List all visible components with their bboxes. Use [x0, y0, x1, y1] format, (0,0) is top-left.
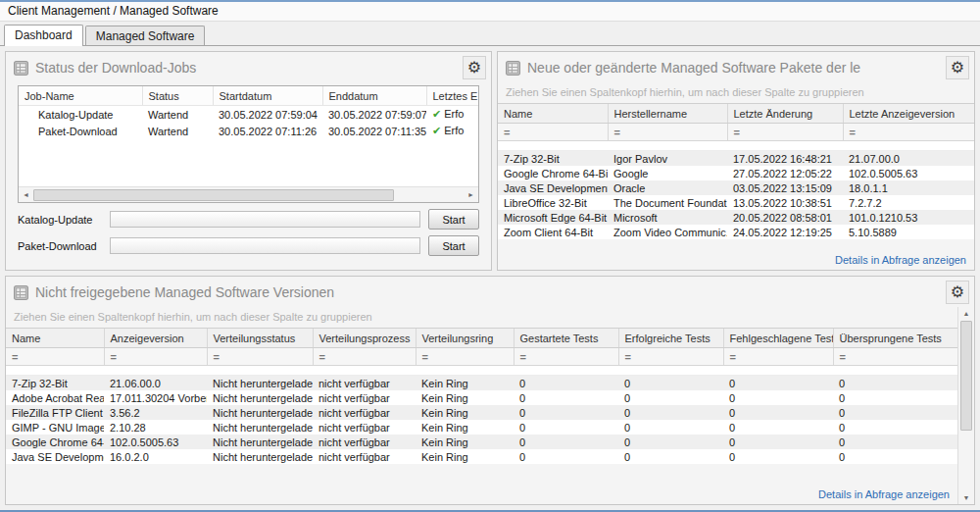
package-row[interactable]: Microsoft Edge 64-Bit Microsoft 20.05.20…	[498, 210, 974, 225]
widget-grid-icon	[506, 60, 521, 76]
filter-equals-icon: =	[214, 351, 220, 363]
filter-cell[interactable]: =	[6, 348, 104, 366]
filter-cell[interactable]: =	[416, 348, 514, 366]
version-row[interactable]: FileZilla FTP Client 64-Bit 3.56.2 Nicht…	[6, 405, 957, 420]
job-action-label: Katalog-Update	[18, 214, 102, 226]
unreleased-table-wrap: NameAnzeigeversionVerteilungsstatusVerte…	[6, 328, 957, 464]
filter-equals-icon: =	[111, 351, 117, 363]
new-packages-table-wrap: NameHerstellernameLetzte ÄnderungLetzte …	[498, 103, 974, 239]
filter-cell[interactable]: =	[498, 124, 608, 141]
column-header[interactable]: Übersprungene Tests	[833, 329, 957, 348]
filter-cell[interactable]: =	[104, 348, 207, 366]
table-header-row: NameAnzeigeversionVerteilungsstatusVerte…	[6, 329, 957, 348]
panel-download-jobs: Status der Download-Jobs ⚙ Job-NameStatu…	[5, 51, 492, 271]
distribution-ring-cell: Kein Ring	[416, 449, 514, 464]
column-header[interactable]: Letzte Anzeigeversion	[843, 104, 974, 124]
column-header[interactable]: Verteilungsring	[416, 329, 514, 348]
gear-icon[interactable]: ⚙	[946, 281, 969, 304]
tab-dashboard[interactable]: Dashboard	[4, 25, 83, 46]
filter-cell[interactable]: =	[843, 124, 974, 141]
skipped-tests-cell: 0	[833, 435, 957, 449]
distribution-status-cell: Nicht heruntergeladen	[207, 420, 313, 435]
filter-equals-icon: =	[734, 127, 740, 138]
package-row[interactable]: Google Chrome 64-Bit Google 27.05.2022 1…	[498, 166, 974, 180]
scroll-up-icon[interactable]: ▲	[963, 307, 970, 320]
scrollbar-thumb[interactable]	[33, 189, 394, 201]
package-row[interactable]: LibreOffice 32-Bit The Document Foundat.…	[498, 195, 974, 210]
column-header[interactable]: Status	[142, 86, 213, 106]
filter-cell[interactable]: =	[514, 348, 618, 366]
failed-tests-cell: 0	[723, 435, 833, 449]
details-query-link[interactable]: Details in Abfrage anzeigen	[835, 254, 966, 266]
job-row[interactable]: Katalog-Update Wartend 30.05.2022 07:59:…	[19, 106, 478, 124]
panel-title: Neue oder geänderte Managed Software Pak…	[527, 60, 940, 76]
distribution-status-cell: Nicht heruntergeladen	[207, 449, 313, 464]
package-name-cell: Java SE Development Ki...	[498, 180, 608, 195]
column-header[interactable]: Enddatum	[322, 86, 426, 106]
display-version-cell: 18.0.1.1	[843, 180, 974, 195]
skipped-tests-cell: 0	[833, 449, 957, 464]
filter-row: ====	[498, 124, 974, 141]
version-row[interactable]: Java SE Development... 16.0.2.0 Nicht he…	[6, 449, 957, 464]
top-panels-row: Status der Download-Jobs ⚙ Job-NameStatu…	[5, 51, 975, 271]
column-header[interactable]: Name	[6, 329, 104, 348]
tab-managed-software[interactable]: Managed Software	[85, 26, 206, 45]
column-header[interactable]: Name	[498, 104, 608, 124]
start-button[interactable]: Start	[428, 235, 479, 256]
package-row[interactable]: Zoom Client 64-Bit Zoom Video Communic..…	[498, 225, 974, 239]
widget-grid-icon	[14, 284, 29, 300]
column-header[interactable]: Startdatum	[213, 86, 322, 106]
successful-tests-cell: 0	[618, 420, 723, 435]
panel-title: Nicht freigegebene Managed Software Vers…	[35, 284, 940, 300]
scrollbar-thumb[interactable]	[960, 321, 972, 431]
job-result-cell: ✔Erfo	[426, 106, 478, 124]
column-header[interactable]: Herstellername	[608, 104, 727, 124]
version-row[interactable]: Adobe Acrobat Reade... 17.011.30204 Vorb…	[6, 390, 957, 405]
failed-tests-cell: 0	[723, 390, 833, 405]
filter-cell[interactable]: =	[608, 124, 727, 141]
details-query-link[interactable]: Details in Abfrage anzeigen	[818, 488, 950, 500]
version-row[interactable]: GIMP - GNU Image Ma... 2.10.28 Nicht her…	[6, 420, 957, 435]
filter-cell[interactable]: =	[727, 124, 843, 141]
column-header[interactable]: Letzte Änderung	[727, 104, 843, 124]
last-change-cell: 17.05.2022 16:48:21	[727, 151, 843, 167]
successful-tests-cell: 0	[618, 405, 723, 420]
tab-bar: Dashboard Managed Software	[0, 22, 980, 46]
version-row[interactable]: Google Chrome 64-Bit 102.0.5005.63 Nicht…	[6, 435, 957, 449]
distribution-ring-cell: Kein Ring	[416, 376, 514, 391]
package-row[interactable]: 7-Zip 32-Bit Igor Pavlov 17.05.2022 16:4…	[498, 151, 974, 167]
package-row[interactable]: Java SE Development Ki... Oracle 03.05.2…	[498, 180, 974, 195]
filter-cell[interactable]: =	[723, 348, 833, 366]
display-version-cell: 21.06.00.0	[104, 376, 207, 391]
column-header[interactable]: Erfolgreiche Tests	[618, 329, 723, 348]
successful-tests-cell: 0	[618, 435, 723, 449]
column-header[interactable]: Job-Name	[19, 86, 142, 106]
distribution-process-cell: nicht verfügbar	[313, 376, 416, 391]
job-row[interactable]: Paket-Download Wartend 30.05.2022 07:11:…	[19, 123, 478, 139]
start-button[interactable]: Start	[428, 209, 479, 230]
scroll-left-icon[interactable]: ◄	[19, 191, 33, 198]
column-header[interactable]: Verteilungsstatus	[207, 329, 313, 348]
vertical-scrollbar[interactable]: ▲ ▼	[957, 307, 974, 504]
version-row[interactable]: 7-Zip 32-Bit 21.06.00.0 Nicht herunterge…	[6, 376, 957, 391]
scroll-right-icon[interactable]: ►	[464, 191, 478, 198]
filter-cell[interactable]: =	[313, 348, 416, 366]
filter-cell[interactable]: =	[833, 348, 957, 366]
horizontal-scrollbar[interactable]: ◄ ►	[19, 186, 478, 202]
display-version-cell: 102.0.5005.63	[104, 435, 207, 449]
scroll-down-icon[interactable]: ▼	[963, 491, 970, 504]
group-by-hint: Ziehen Sie einen Spaltenkopf hierhin, um…	[498, 82, 974, 103]
breadcrumb: Client Management / Managed Software	[0, 2, 980, 22]
gear-icon[interactable]: ⚙	[946, 56, 969, 79]
job-status-cell: Wartend	[142, 123, 213, 139]
column-header[interactable]: Verteilungsprozess	[313, 329, 416, 348]
filter-cell[interactable]: =	[618, 348, 723, 366]
column-header[interactable]: Letztes E	[426, 86, 478, 106]
gear-icon[interactable]: ⚙	[463, 56, 486, 79]
display-version-cell: 21.07.00.0	[843, 151, 974, 167]
column-header[interactable]: Gestartete Tests	[514, 329, 618, 348]
filter-cell[interactable]: =	[207, 348, 313, 366]
column-header[interactable]: Anzeigeversion	[104, 329, 207, 348]
column-header[interactable]: Fehlgeschlagene Tests	[723, 329, 833, 348]
distribution-status-cell: Nicht heruntergeladen	[207, 376, 313, 391]
